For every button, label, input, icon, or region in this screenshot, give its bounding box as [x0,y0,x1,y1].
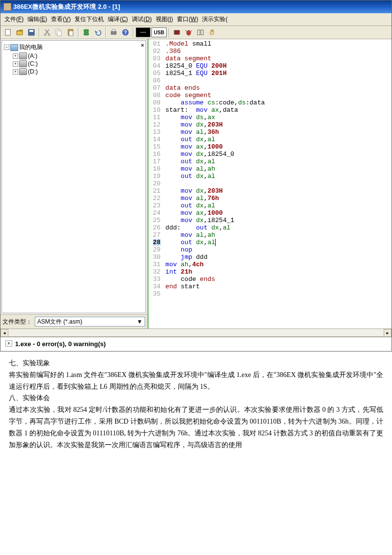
app-window: 386EX微机实验集成开发环境 2.0 - [1] 文件(F) 编辑(E) 查看… [0,0,392,352]
menu-viewport[interactable]: 视图(I) [154,14,175,25]
drive-label: (A:) [28,52,37,59]
sidebar: × − 我的电脑 + (A:) + (C:) + [0,39,147,328]
run-button[interactable] [81,27,92,38]
expand-icon[interactable]: + [13,61,18,67]
svg-point-15 [143,32,144,33]
hand-icon[interactable] [207,27,218,38]
print-button[interactable] [108,27,119,38]
dropdown-icon: ▼ [137,318,143,325]
svg-rect-8 [69,31,73,36]
tree-close-button[interactable]: × [141,42,144,48]
open-button[interactable] [14,27,25,38]
save-button[interactable] [26,27,37,38]
expand-icon[interactable]: + [13,53,18,59]
filetype-row: 文件类型： ASM文件 (*.asm) ▼ [0,314,147,328]
memory-icon[interactable] [195,27,206,38]
app-icon [3,3,11,11]
svg-rect-25 [197,30,200,35]
svg-rect-9 [111,31,116,34]
horizontal-scrollbar[interactable]: ◄ ► [0,328,392,336]
scroll-right-button[interactable]: ► [384,329,392,337]
bug-icon[interactable] [183,27,194,38]
filetype-label: 文件类型： [2,318,32,326]
tree-root[interactable]: − 我的电脑 [4,43,144,52]
usb-button[interactable]: USB [151,27,167,37]
svg-line-23 [185,30,187,31]
scroll-left-button[interactable]: ◄ [0,329,8,337]
output-panel: × 1.exe - 0 error(s), 0 warning(s) [0,336,392,351]
computer-icon [10,44,18,51]
svg-point-16 [145,32,146,33]
code-editor[interactable]: 0102030405060708091011121314151617181920… [147,39,392,328]
output-close-button[interactable]: × [5,340,12,347]
filetype-select[interactable]: ASM文件 (*.asm) ▼ [35,317,145,327]
disk-icon [19,68,27,75]
undo-button[interactable] [93,27,103,38]
menu-debug[interactable]: 调试(D) [130,14,154,25]
help-button[interactable]: ? [120,27,131,38]
menu-view[interactable]: 查看(V) [49,14,73,25]
disk-icon [19,60,27,67]
paste-button[interactable] [65,27,76,38]
menu-reset[interactable]: 复位下位机 [73,14,106,25]
svg-point-22 [187,30,191,35]
section-7-body: 将实验前编写好的 1.asm 文件在"386EX 微机实验集成开发环境中"编译生… [9,369,383,393]
serial-button[interactable] [136,27,150,37]
window-title: 386EX微机实验集成开发环境 2.0 - [1] [13,2,120,11]
svg-rect-26 [201,30,203,35]
new-button[interactable] [2,27,13,38]
floppy-icon [19,52,27,59]
tree-drive-a[interactable]: + (A:) [4,52,144,60]
menu-window[interactable]: 窗口(W) [175,14,200,25]
tree-drive-c[interactable]: + (C:) [4,60,144,68]
section-7-heading: 七、实验现象 [9,357,383,369]
svg-rect-10 [112,29,115,31]
drive-label: (C:) [28,60,38,67]
document-text: 七、实验现象 将实验前编写好的 1.asm 文件在"386EX 微机实验集成开发… [0,352,392,456]
section-8-body: 通过本次实验，我对 8254 定时/计数器的功能和初始化有了更进一步的认识。本次… [9,404,383,451]
svg-text:?: ? [124,30,127,35]
section-8-heading: 八、实验体会 [9,392,383,404]
output-text: 1.exe - 0 error(s), 0 warning(s) [15,340,106,348]
code-content[interactable]: .Model small.386data segmenti8254_0 EQU … [164,39,392,328]
svg-line-24 [191,30,192,31]
chip-icon[interactable] [172,27,182,38]
main-area: × − 我的电脑 + (A:) + (C:) + [0,39,392,328]
collapse-icon[interactable]: − [4,45,9,50]
svg-rect-2 [29,30,33,32]
menu-edit[interactable]: 编辑(E) [25,14,49,25]
cut-button[interactable] [42,27,52,38]
line-gutter: 0102030405060708091011121314151617181920… [149,39,164,328]
menu-bar: 文件(F) 编辑(E) 查看(V) 复位下位机 编译(C) 调试(D) 视图(I… [0,13,392,26]
tree-drive-d[interactable]: + (D:) [4,68,144,76]
filetype-value: ASM文件 (*.asm) [37,318,82,326]
toolbar: ? USB [0,26,392,39]
svg-point-14 [141,32,142,33]
drive-label: (D:) [28,68,38,75]
tree-root-label: 我的电脑 [19,43,43,51]
expand-icon[interactable]: + [13,69,18,75]
title-bar[interactable]: 386EX微机实验集成开发环境 2.0 - [1] [0,0,392,13]
menu-demo[interactable]: 演示实验( [200,14,229,25]
svg-rect-17 [174,30,179,34]
svg-rect-6 [57,31,61,36]
scroll-track[interactable] [8,329,384,336]
menu-file[interactable]: 文件(F) [2,14,25,25]
copy-button[interactable] [53,27,64,38]
file-tree[interactable]: × − 我的电脑 + (A:) + (C:) + [1,40,146,313]
svg-rect-0 [5,29,10,35]
menu-compile[interactable]: 编译(C) [106,14,130,25]
